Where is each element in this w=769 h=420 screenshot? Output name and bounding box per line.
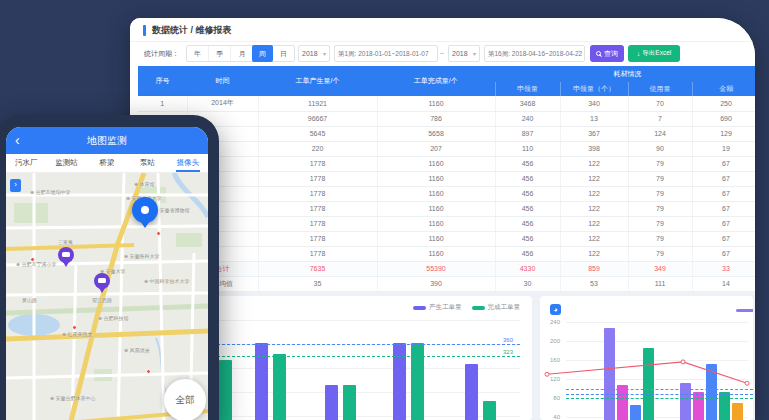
- table-cell: 1778: [258, 156, 377, 171]
- table-cell: 2014年: [187, 96, 258, 111]
- map-marker-dot[interactable]: [146, 369, 151, 374]
- table-cell: 124: [628, 126, 692, 141]
- table-cell: 207: [377, 141, 495, 156]
- map-expand-button[interactable]: ›: [10, 179, 21, 192]
- map-view[interactable]: ⊕ 合肥市琥珀中学⊕ 体育馆⊕ 安徽农业大学⊕ 安徽省博物馆三里庵⊕ 安徽医科大…: [6, 173, 208, 420]
- map-marker-dot[interactable]: [30, 257, 35, 262]
- table-cell: 690: [692, 111, 755, 126]
- map-label: ⊕ 合肥市琥珀中学: [30, 189, 71, 195]
- map-label: ⊕ 中国科学技术大学: [144, 278, 190, 284]
- table-cell: 67: [692, 201, 755, 216]
- search-button[interactable]: 查询: [590, 45, 624, 62]
- table-cell: 96667: [258, 111, 377, 126]
- table-cell: 1778: [258, 171, 377, 186]
- breadcrumb-accent-bar: [143, 25, 146, 36]
- start-week-input[interactable]: 第1周: 2018-01-01~2018-01-07: [334, 45, 438, 62]
- tab-摄像头[interactable]: 摄像头: [168, 154, 208, 172]
- gridline: [566, 360, 748, 361]
- table-cell: 1160: [377, 156, 495, 171]
- legend-swatch: [472, 306, 485, 310]
- reference-label: 360: [503, 337, 513, 343]
- table-cell: 14: [692, 276, 755, 291]
- tab-污水厂[interactable]: 污水厂: [6, 154, 46, 172]
- period-option-日[interactable]: 日: [272, 46, 294, 61]
- end-year-value: 2018: [452, 50, 468, 57]
- table-cell: 67: [692, 171, 755, 186]
- period-option-周[interactable]: 周: [252, 45, 273, 62]
- map-label: ⊕ 安徽省博物馆: [154, 207, 190, 213]
- table-cell: 786: [377, 111, 495, 126]
- table-cell: 19: [692, 141, 755, 156]
- table-cell: 456: [495, 246, 560, 261]
- table-total-row: 合计763555390433085934933: [138, 261, 755, 276]
- period-option-月[interactable]: 月: [230, 46, 252, 61]
- table-cell: 122: [560, 246, 628, 261]
- pie-chart-icon: ◕: [550, 304, 561, 315]
- table-row: 6177811604561227967: [138, 171, 755, 186]
- table-cell: 111: [628, 276, 692, 291]
- map-marker-dot[interactable]: [72, 325, 77, 330]
- consumable-bar: [617, 385, 628, 420]
- consumable-bar: [719, 392, 730, 420]
- map-label: 望江西路: [92, 297, 112, 303]
- table-cell: 456: [495, 231, 560, 246]
- table-cell: 5645: [258, 126, 377, 141]
- period-option-年[interactable]: 年: [187, 46, 208, 61]
- table-cell: 79: [628, 171, 692, 186]
- table-cell: 220: [258, 141, 377, 156]
- selected-camera-pin[interactable]: [132, 197, 158, 223]
- start-year-select[interactable]: 2018 ▾: [298, 45, 330, 62]
- legend-label: 产生工单量: [429, 303, 462, 312]
- table-cell: 11921: [258, 96, 377, 111]
- table-cell: 35: [258, 276, 377, 291]
- map-label: ⊕ 凤凰绿洲: [124, 347, 150, 353]
- completed-bar: [273, 354, 286, 420]
- end-year-select[interactable]: 2018 ▾: [448, 45, 480, 62]
- table-cell: 1160: [377, 246, 495, 261]
- table-cell: 349: [628, 261, 692, 276]
- table-cell: 33: [692, 261, 755, 276]
- end-week-input[interactable]: 第16周: 2018-04-16~2018-04-22: [484, 45, 585, 62]
- table-cell: 70: [628, 96, 692, 111]
- completed-bar: [411, 343, 424, 420]
- table-cell: 1160: [377, 171, 495, 186]
- map-marker-dot[interactable]: [156, 231, 161, 236]
- reference-line: [566, 394, 753, 395]
- table-cell: 53: [560, 276, 628, 291]
- camera-pin[interactable]: [94, 273, 110, 289]
- table-cell: 67: [692, 186, 755, 201]
- table-cell: 79: [628, 186, 692, 201]
- col-header-completed: 工单完成量/个: [377, 66, 495, 96]
- table-cell: 456: [495, 186, 560, 201]
- calendar-caret-icon: ▾: [323, 50, 326, 57]
- table-cell: 79: [628, 201, 692, 216]
- chart-title-box: ◕: [550, 304, 566, 315]
- phone-tab-bar: 污水厂监测站桥梁泵站摄像头: [6, 154, 208, 173]
- camera-pin[interactable]: [58, 247, 74, 263]
- show-all-button[interactable]: 全部: [164, 379, 206, 420]
- table-cell: 55390: [377, 261, 495, 276]
- table-cell: 67: [692, 231, 755, 246]
- period-segmented-control[interactable]: 年季月周日: [186, 45, 295, 62]
- tab-桥梁[interactable]: 桥梁: [87, 154, 127, 172]
- table-cell: 90: [628, 141, 692, 156]
- table-cell: 456: [495, 216, 560, 231]
- table-cell: 7: [628, 111, 692, 126]
- table-cell: 859: [560, 261, 628, 276]
- search-button-label: 查询: [604, 49, 618, 59]
- tab-泵站[interactable]: 泵站: [127, 154, 167, 172]
- tab-监测站[interactable]: 监测站: [46, 154, 86, 172]
- phone-mockup: ‹ 地图监测 污水厂监测站桥梁泵站摄像头: [0, 115, 219, 420]
- y-axis-tick: 200: [544, 338, 560, 344]
- table-cell: 122: [560, 156, 628, 171]
- col-subheader: 金额: [692, 82, 755, 96]
- table-cell: 67: [692, 156, 755, 171]
- map-label: ⊕ 合肥科技馆: [98, 315, 129, 321]
- start-year-value: 2018: [302, 50, 318, 57]
- export-excel-button[interactable]: ↓ 导出Excel: [628, 45, 680, 62]
- y-axis-tick: 240: [544, 319, 560, 325]
- map-label: 三里庵: [58, 239, 73, 245]
- report-table: 序号 时间 工单产生量/个 工单完成量/个 耗材情况 申领量申领量（个）使用量金…: [138, 66, 755, 292]
- gridline: [566, 322, 748, 323]
- period-option-季[interactable]: 季: [208, 46, 230, 61]
